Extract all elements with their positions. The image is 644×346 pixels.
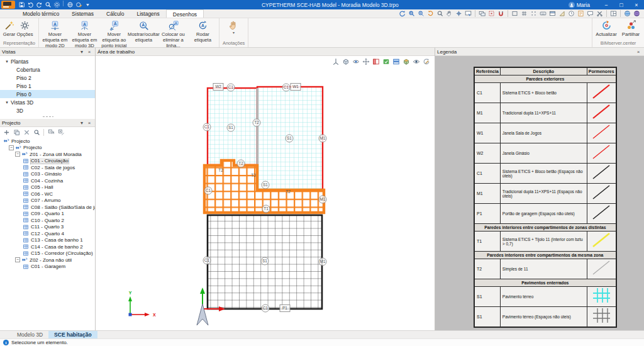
collapse-box-icon[interactable]: − [15,257,20,262]
projecto-item-c01-circula-o[interactable]: C01 - Circulação [0,158,95,165]
split-red-icon[interactable] [372,57,380,65]
zoom-scale-icon[interactable] [416,9,426,18]
projecto-item-c05-hall[interactable]: C05 - Hall [0,184,95,191]
plan-label-t2[interactable]: T2 [251,173,256,177]
projecto-item-projecto[interactable]: Projecto [0,138,95,145]
chevron-down-icon[interactable]: ▾ [3,100,11,105]
plan-label-s1[interactable]: S1 [261,257,269,265]
vistas-item-piso-0[interactable]: Piso 0 [0,90,95,98]
app-icon[interactable] [1,1,15,9]
chevron-down-icon[interactable]: ▾ [3,59,11,64]
projecto-item-c11-quarto-3[interactable]: C11 - Quarto 3 [0,224,95,231]
floor-plan[interactable]: Y X W2C1C1W1C1S1T2S1M1T2T2T2C1S1T2M1T1C1… [96,56,435,330]
caret-down-icon[interactable] [83,1,92,9]
bottom-tab-modelo-3d[interactable]: Modelo 3D [11,331,48,338]
tab-c-lculo[interactable]: Cálculo [100,9,130,18]
panel-splitter[interactable] [0,114,95,119]
tab-sistemas[interactable]: Sistemas [65,9,100,18]
gerar-button[interactable]: Gerar [1,20,17,37]
collapse-tree-icon[interactable] [47,128,55,137]
projecto-item-c14-casa-de-banho-2[interactable]: C14 - Casa de banho 2 [0,243,95,250]
tab-modelo-t-rmico[interactable]: Modelo térmico [16,9,65,18]
vistas-item-3d[interactable]: 3D [0,106,95,114]
undo-icon[interactable] [26,1,35,9]
projecto-item-projecto[interactable]: −Projecto [0,145,95,152]
grid-red-icon[interactable] [487,9,496,18]
copy-icon[interactable] [12,128,21,137]
panel-horizontal-icon[interactable] [548,9,557,18]
minimize-button[interactable]: − [599,0,614,9]
plan-label-s1[interactable]: S1 [262,181,269,189]
search-icon[interactable] [43,1,52,9]
zoom-search-icon[interactable] [435,9,445,18]
drawing-canvas[interactable]: Y X W2C1C1W1C1S1T2S1M1T2T2T2C1S1T2M1T1C1… [96,56,435,330]
ok-green-icon[interactable] [382,57,391,65]
plan-label-s1[interactable]: S1 [286,135,293,142]
dwg-template-icon[interactable] [576,9,586,18]
plan-label-w2[interactable]: W2 [213,84,223,91]
projecto-item-c06-wc[interactable]: C06 - WC [0,191,95,198]
partilhar-button[interactable]: Partilhar [619,20,643,37]
collapse-box-icon[interactable]: − [15,152,20,157]
pan-hand-icon[interactable] [445,9,454,18]
plan-label-t2[interactable]: T2 [237,160,245,167]
comment-icon[interactable] [586,9,595,18]
maximize-button[interactable]: □ [614,0,629,9]
projecto-item-c03-gin-sio[interactable]: C03 - Ginásio [0,171,95,178]
globe-icon[interactable] [65,1,74,9]
globe-edit-icon[interactable] [74,1,83,9]
close-button[interactable]: × [629,0,644,9]
projecto-item-c02-sala-de-jogos[interactable]: C02 - Sala de jogos [0,164,95,171]
orbit-view-icon[interactable] [352,57,360,65]
plan-label-t1[interactable]: T1 [262,205,270,213]
search-icon[interactable] [32,128,41,137]
bim-sphere-icon[interactable] [632,9,641,18]
panels-blue-icon[interactable] [392,57,401,65]
projecto-item-z02-zona-n-o-til[interactable]: −Z02 - Zona não útil [0,257,95,264]
vistas-item-piso-1[interactable]: Piso 1 [0,82,95,90]
plan-label-c1[interactable]: C1 [203,123,211,131]
projecto-item-c07-arrumo[interactable]: C07 - Arrumo [0,198,95,204]
globe-blue-icon[interactable] [623,9,632,18]
plan-label-c1[interactable]: C1 [227,84,235,91]
grid-view-icon[interactable] [519,9,529,18]
plan-label-c1[interactable]: C1 [204,187,212,194]
vistas-item-plantas[interactable]: ▾Plantas [0,57,95,65]
mover-etiqueta-2d-button[interactable]: A Mover etiqueta em modo 2D [40,20,70,48]
plan-label-m1[interactable]: M1 [319,258,326,265]
projecto-item-c09-quarto-1[interactable]: C09 - Quarto 1 [0,211,95,218]
mostrar-ocultar-etiqueta-button[interactable]: A Mostrar/ocultar etiqueta [129,20,158,43]
opcoes-button[interactable]: Opções [17,20,33,37]
mover-etiqueta-ponto-button[interactable]: A Mover etiqueta ao ponto inicial [99,20,129,48]
projecto-item-z01-zona-til-moradia[interactable]: −Z01 - Zona útil Moradia [0,151,95,158]
anotacoes-button[interactable]: ▾ [226,20,242,34]
save-icon[interactable] [17,1,26,9]
package-3d-icon[interactable] [402,57,411,65]
vistas-item-vistas-3d[interactable]: ▾Vistas 3D [0,98,95,106]
collapse-box-icon[interactable]: − [9,145,14,150]
plan-label-c1[interactable]: C1 [203,257,211,264]
plan-label-m1[interactable]: M1 [319,135,326,142]
user-account[interactable]: Maria [569,2,590,8]
plan-label-t2[interactable]: T2 [218,168,223,172]
plan-label-s1[interactable]: S1 [227,124,235,131]
projecto-item-c12-quarto-4[interactable]: C12 - Quarto 4 [0,230,95,237]
projecto-item-c15-corredor-circula-o-[interactable]: C15 - Corredor (Circulação) [0,250,95,257]
close-icon[interactable]: × [86,48,93,55]
eye-icon[interactable] [412,57,421,65]
mover-etiqueta-3d-button[interactable]: A Mover etiqueta em modo 3D [70,20,99,48]
tab-listagens[interactable]: Listagens [130,9,165,18]
sketch-rotate-icon[interactable] [422,57,431,65]
orbit-rotate-icon[interactable] [397,9,407,18]
screen-select-icon[interactable] [464,9,473,18]
rodar-etiqueta-button[interactable]: A Rodar etiqueta [188,20,218,43]
rect-select-icon[interactable] [510,9,519,18]
projecto-item-c13-casa-de-banho-1[interactable]: C13 - Casa de banho 1 [0,237,95,244]
actualizar-button[interactable]: Actualizar [594,20,619,37]
plan-label-t2[interactable]: T2 [286,189,291,194]
delete-icon[interactable] [22,128,31,137]
cut-icon[interactable] [595,9,604,18]
box-3d-icon[interactable] [341,57,350,65]
plan-label-w1[interactable]: W1 [291,84,301,91]
plan-label-p1[interactable]: P1 [280,305,290,312]
